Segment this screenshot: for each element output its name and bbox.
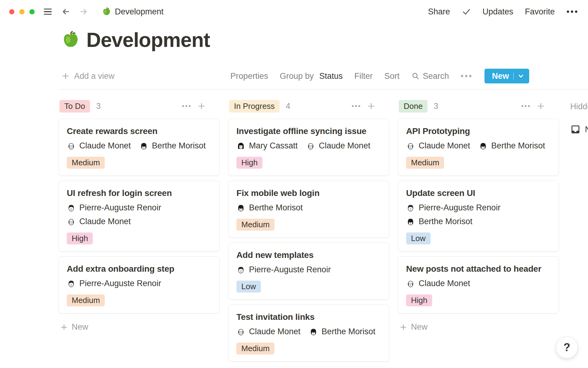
column-cards: Create rewards screen Claude MonetBerthe…	[59, 119, 219, 313]
column-add-icon[interactable]	[197, 102, 206, 110]
card-title: Investigate offline syncing issue	[236, 126, 381, 136]
renoir-avatar	[406, 203, 415, 212]
assignee: Claude Monet	[406, 279, 470, 288]
column-more-icon[interactable]: •••	[352, 102, 361, 110]
kanban-card[interactable]: Add extra onboarding step Pierre-Auguste…	[59, 257, 219, 313]
group-by-button[interactable]: Group byStatus	[280, 71, 343, 81]
assignee: Berthe Morisot	[139, 141, 206, 151]
column-count: 3	[96, 102, 101, 111]
assignee: Claude Monet	[67, 141, 131, 151]
assignee-name: Pierre-Auguste Renoir	[79, 203, 161, 213]
priority-tag: Medium	[236, 343, 274, 355]
priority-tag: Low	[236, 281, 261, 293]
priority-tag: High	[67, 232, 93, 244]
add-card-button[interactable]: New	[398, 322, 559, 332]
inbox-icon	[570, 124, 581, 135]
add-card-button[interactable]: New	[59, 322, 219, 332]
assignee: Claude Monet	[306, 141, 370, 151]
toolbar-divider	[59, 89, 588, 90]
favorite-button[interactable]: Favorite	[525, 7, 555, 17]
breadcrumb[interactable]: Development	[115, 7, 164, 17]
card-title: Add extra onboarding step	[67, 264, 211, 274]
window-titlebar: Development Share Updates Favorite •••	[0, 0, 588, 23]
column-count: 4	[286, 102, 290, 111]
sidebar-menu-icon[interactable]	[44, 9, 52, 15]
column-header: In Progress 4 •••	[228, 99, 389, 113]
board-column: To Do 3 ••• Create rewards screen Claude…	[59, 99, 219, 368]
kanban-card[interactable]: Test invitation links Claude MonetBerthe…	[228, 305, 389, 361]
updates-button[interactable]: Updates	[483, 7, 514, 17]
assignee: Pierre-Auguste Renoir	[236, 265, 331, 274]
help-button[interactable]: ?	[556, 336, 578, 358]
kanban-card[interactable]: UI refresh for login screen Pierre-Augus…	[59, 181, 219, 251]
card-assignees: Claude MonetBerthe Morisot	[67, 141, 211, 151]
kanban-card[interactable]: Update screen UI Pierre-Auguste RenoirBe…	[398, 181, 559, 251]
kanban-card[interactable]: Investigate offline syncing issue Mary C…	[228, 119, 389, 175]
share-button[interactable]: Share	[428, 7, 450, 17]
checkmark-icon[interactable]	[462, 7, 471, 16]
kanban-card[interactable]: New posts not attached to header Claude …	[398, 257, 559, 313]
toolbar-more-icon[interactable]: •••	[461, 71, 473, 81]
morisot-avatar	[479, 141, 488, 150]
search-button[interactable]: Search	[411, 71, 449, 81]
assignee-name: Claude Monet	[419, 279, 470, 288]
assignee: Claude Monet	[236, 327, 300, 336]
assignee: Claude Monet	[406, 141, 470, 151]
column-add-icon[interactable]	[537, 102, 545, 110]
filter-button[interactable]: Filter	[354, 71, 373, 81]
assignee: Berthe Morisot	[406, 217, 473, 226]
assignee: Mary Cassatt	[236, 141, 298, 151]
morisot-avatar	[406, 217, 415, 226]
zoom-window-button[interactable]	[29, 9, 35, 14]
kanban-card[interactable]: Create rewards screen Claude MonetBerthe…	[59, 119, 219, 175]
add-view-button[interactable]: Add a view	[61, 71, 115, 81]
column-status-pill[interactable]: To Do	[59, 100, 90, 113]
board-columns: To Do 3 ••• Create rewards screen Claude…	[59, 99, 559, 368]
monet-avatar	[406, 279, 415, 288]
view-toolbar: Add a view Properties Group byStatus Fil…	[61, 68, 588, 84]
card-assignees: Claude MonetBerthe Morisot	[406, 141, 551, 151]
card-title: Add new templates	[236, 250, 381, 260]
column-more-icon[interactable]: •••	[182, 102, 192, 110]
forward-icon[interactable]	[79, 7, 89, 17]
assignee: Berthe Morisot	[479, 141, 545, 151]
kanban-board: To Do 3 ••• Create rewards screen Claude…	[59, 99, 588, 368]
page-title: Development	[86, 28, 210, 52]
card-title: Fix mobile web login	[236, 188, 381, 198]
traffic-lights	[9, 9, 35, 14]
hidden-columns-label: Hidden	[568, 102, 588, 111]
card-assignees: Berthe Morisot	[236, 203, 381, 213]
assignee-name: Berthe Morisot	[419, 217, 473, 226]
sort-button[interactable]: Sort	[384, 71, 400, 81]
hidden-column-no-status[interactable]: No Status	[568, 124, 588, 135]
assignee-name: Claude Monet	[249, 327, 300, 336]
card-title: New posts not attached to header	[406, 264, 551, 274]
column-add-icon[interactable]	[367, 102, 375, 110]
back-icon[interactable]	[61, 7, 71, 17]
column-status-pill[interactable]: Done	[399, 100, 428, 113]
column-more-icon[interactable]: •••	[521, 102, 531, 110]
more-options-icon[interactable]: •••	[567, 7, 579, 17]
new-button[interactable]: New	[484, 69, 529, 83]
properties-button[interactable]: Properties	[230, 71, 268, 81]
page-icon[interactable]	[61, 30, 80, 49]
card-title: API Prototyping	[406, 126, 551, 136]
column-count: 3	[434, 102, 438, 111]
assignee-name: Berthe Morisot	[152, 141, 206, 151]
kanban-card[interactable]: API Prototyping Claude MonetBerthe Moris…	[398, 119, 559, 175]
morisot-avatar	[309, 327, 318, 336]
card-assignees: Mary CassattClaude Monet	[236, 141, 381, 151]
assignee-name: Berthe Morisot	[249, 203, 303, 213]
chevron-down-icon[interactable]	[513, 73, 524, 79]
kanban-card[interactable]: Fix mobile web login Berthe Morisot Medi…	[228, 181, 389, 237]
minimize-window-button[interactable]	[19, 9, 24, 14]
assignee-name: Pierre-Auguste Renoir	[249, 265, 331, 274]
priority-tag: Medium	[67, 294, 105, 306]
kanban-card[interactable]: Add new templates Pierre-Auguste Renoir …	[228, 243, 389, 299]
card-assignees: Pierre-Auguste Renoir	[236, 265, 381, 274]
hidden-columns-panel: Hidden No Status	[568, 99, 588, 135]
column-status-pill[interactable]: In Progress	[229, 100, 280, 113]
board-column: Done 3 ••• API Prototyping Claude MonetB…	[398, 99, 559, 368]
priority-tag: Low	[406, 232, 431, 244]
close-window-button[interactable]	[9, 9, 14, 14]
